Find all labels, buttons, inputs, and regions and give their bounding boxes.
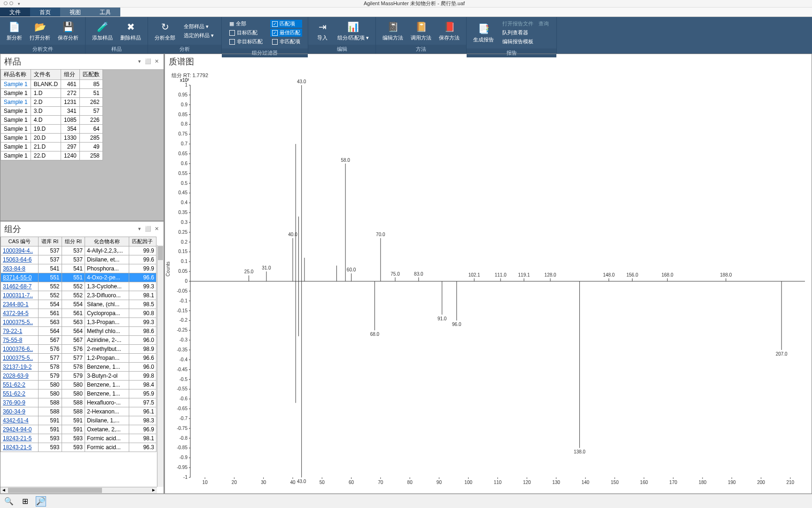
col-header[interactable]: 文件名 xyxy=(31,70,61,80)
table-row[interactable]: 83714-55-05515514-Oxo-2-pe...96.6 xyxy=(1,273,156,282)
tab-view[interactable]: 视图 xyxy=(60,8,90,16)
cas-link[interactable]: 1000375-5.. xyxy=(1,354,39,363)
magnify-active-icon[interactable]: 🔎 xyxy=(36,496,46,507)
table-row[interactable]: 32137-19-2578578Benzene, 1...96.0 xyxy=(1,363,156,372)
samples-table[interactable]: 样品名称文件名组分匹配数Sample 1BLANK.D46185Sample 1… xyxy=(0,69,164,221)
search-icon[interactable]: 🔍 xyxy=(4,496,14,507)
table-row[interactable]: 75-55-8567567Aziridine, 2-...96.0 xyxy=(1,336,156,345)
cas-link[interactable]: 551-62-2 xyxy=(1,381,39,389)
components-table[interactable]: CAS 编号谱库 RI组分 RI化合物名称匹配因子1000394-4..5375… xyxy=(0,237,164,493)
col-header[interactable]: 化合物名称 xyxy=(85,237,129,246)
selected-samples-dropdown[interactable]: 选定的样品 ▾ xyxy=(182,32,216,40)
filter-all[interactable]: ▦全部 xyxy=(227,20,265,28)
table-row[interactable]: Sample 13.D34157 xyxy=(1,107,103,116)
col-header[interactable]: 匹配因子 xyxy=(129,237,156,246)
cas-link[interactable]: 551-62-2 xyxy=(1,389,39,398)
table-row[interactable]: 2028-63-95795793-Butyn-2-ol99.8 xyxy=(1,372,156,381)
filter-unmatched[interactable]: 非匹配项 xyxy=(270,38,302,46)
cas-link[interactable]: 31462-68-7 xyxy=(1,282,39,291)
table-row[interactable]: 551-62-2580580Benzene, 1...95.9 xyxy=(1,389,156,398)
cas-link[interactable]: 4342-61-4 xyxy=(1,416,39,425)
panel-pin-icon[interactable]: ⬜ xyxy=(145,58,151,65)
table-row[interactable]: 551-62-2580580Benzene, 1...98.4 xyxy=(1,381,156,389)
table-row[interactable]: 4372-94-5561561Cyclopropa...90.8 xyxy=(1,309,156,318)
col-header[interactable]: 组分 RI xyxy=(62,237,85,246)
tab-home[interactable]: 首页 xyxy=(30,8,60,16)
cas-link[interactable]: 83714-55-0 xyxy=(1,273,39,282)
scroll-left-icon[interactable]: ◄ xyxy=(0,487,7,493)
import-button[interactable]: ⇥导入 xyxy=(312,19,333,42)
cas-link[interactable]: 1000394-4.. xyxy=(1,246,39,255)
cas-link[interactable]: 376-90-9 xyxy=(1,398,39,407)
window-control[interactable] xyxy=(9,1,13,5)
panel-dropdown-icon[interactable]: ▾ xyxy=(136,226,143,232)
table-row[interactable]: 1000376-6..5765762-methylbut...98.9 xyxy=(1,345,156,354)
queue-viewer[interactable]: 队列查看器 xyxy=(500,29,551,37)
cas-link[interactable]: 4372-94-5 xyxy=(1,309,39,318)
table-row[interactable]: 1000394-4..5375374-Allyl-2,2,3,...99.9 xyxy=(1,246,156,255)
add-sample-button[interactable]: 🧪添加样品 xyxy=(89,19,116,42)
analyze-all-button[interactable]: ↻分析全部 xyxy=(152,19,178,42)
col-header[interactable]: 组分 xyxy=(61,70,80,80)
cas-link[interactable]: 15063-64-6 xyxy=(1,255,39,264)
panel-close-icon[interactable]: ✕ xyxy=(153,226,160,232)
table-row[interactable]: Sample 122.D1240258 xyxy=(1,151,103,160)
save-method-button[interactable]: 📕保存方法 xyxy=(436,19,462,42)
filter-target[interactable]: 目标匹配 xyxy=(227,29,265,37)
col-header[interactable]: 谱库 RI xyxy=(39,237,62,246)
table-row[interactable]: Sample 1BLANK.D46185 xyxy=(1,80,103,89)
col-header[interactable]: 样品名称 xyxy=(1,70,31,80)
cas-link[interactable]: 1000376-6.. xyxy=(1,345,39,354)
all-samples-dropdown[interactable]: 全部样品 ▾ xyxy=(182,23,216,31)
cas-link[interactable]: 2344-80-1 xyxy=(1,300,39,309)
vertical-scrollbar[interactable] xyxy=(157,245,164,487)
panel-dropdown-icon[interactable]: ▾ xyxy=(136,58,143,65)
new-analysis-button[interactable]: 📄新分析 xyxy=(4,19,25,42)
table-row[interactable]: Sample 120.D1330285 xyxy=(1,134,103,143)
remove-sample-button[interactable]: ✖删除样品 xyxy=(117,19,144,42)
edit-report-template[interactable]: 编辑报告模板 xyxy=(500,38,551,46)
task-view-icon[interactable]: ⊞ xyxy=(20,496,30,507)
scroll-right-icon[interactable]: ► xyxy=(150,487,157,493)
table-row[interactable]: Sample 12.D1231262 xyxy=(1,98,103,107)
panel-close-icon[interactable]: ✕ xyxy=(153,58,160,65)
cas-link[interactable]: 75-55-8 xyxy=(1,336,39,345)
tab-file[interactable]: 文件 xyxy=(0,8,30,16)
component-match-button[interactable]: 📊组分/匹配项 ▾ xyxy=(335,19,372,42)
filter-nontarget[interactable]: 非目标匹配 xyxy=(227,38,265,46)
cas-link[interactable]: 32137-19-2 xyxy=(1,363,39,372)
open-report-file[interactable]: 打开报告文件 查询 xyxy=(500,20,551,28)
apply-method-button[interactable]: 📔调用方法 xyxy=(408,19,434,42)
table-row[interactable]: 360-34-95885882-Hexanon...96.1 xyxy=(1,407,156,416)
table-row[interactable]: Sample 121.D29749 xyxy=(1,143,103,151)
cas-link[interactable]: 1000375-5.. xyxy=(1,318,39,327)
table-row[interactable]: Sample 119.D35464 xyxy=(1,125,103,134)
window-control[interactable] xyxy=(4,1,8,5)
table-row[interactable]: 1000311-7..5525522,3-Difluoro...98.1 xyxy=(1,291,156,300)
cas-link[interactable]: 1000311-7.. xyxy=(1,291,39,300)
cas-link[interactable]: 29424-94-0 xyxy=(1,425,39,434)
open-analysis-button[interactable]: 📂打开分析 xyxy=(27,19,53,42)
table-row[interactable]: 31462-68-75525521,3-Cyclohe...99.3 xyxy=(1,282,156,291)
panel-pin-icon[interactable]: ⬜ xyxy=(145,226,151,232)
save-analysis-button[interactable]: 💾保存分析 xyxy=(55,19,81,42)
cas-link[interactable]: 363-84-8 xyxy=(1,264,39,273)
col-header[interactable]: CAS 编号 xyxy=(1,237,39,246)
cas-link[interactable]: 18243-21-5 xyxy=(1,443,39,452)
table-row[interactable]: 15063-64-6537537Disilane, et...99.6 xyxy=(1,255,156,264)
generate-report-button[interactable]: 📑生成报告 xyxy=(470,21,497,44)
table-row[interactable]: Sample 11.D27251 xyxy=(1,89,103,98)
table-row[interactable]: 4342-61-4591591Disilane, 1,...98.3 xyxy=(1,416,156,425)
table-row[interactable]: 363-84-8541541Phosphora...99.9 xyxy=(1,264,156,273)
table-row[interactable]: 2344-80-1554554Silane, (chl...98.5 xyxy=(1,300,156,309)
cas-link[interactable]: 360-34-9 xyxy=(1,407,39,416)
tab-tools[interactable]: 工具 xyxy=(90,8,120,16)
spectrum-chart[interactable]: 组分 RT: 1.7792 Counts x10² 10.950.90.850.… xyxy=(167,71,810,492)
col-header[interactable]: 匹配数 xyxy=(79,70,102,80)
table-row[interactable]: 29424-94-0591591Oxetane, 2,...96.9 xyxy=(1,425,156,434)
table-row[interactable]: 79-22-1564564Methyl chlo...98.6 xyxy=(1,327,156,336)
table-row[interactable]: 18243-21-5593593Formic acid...98.1 xyxy=(1,434,156,443)
edit-method-button[interactable]: 📓编辑方法 xyxy=(380,19,406,42)
horizontal-scrollbar[interactable]: ◄ ► xyxy=(0,487,157,493)
table-row[interactable]: 1000375-5..5775771,2-Propan...96.6 xyxy=(1,354,156,363)
